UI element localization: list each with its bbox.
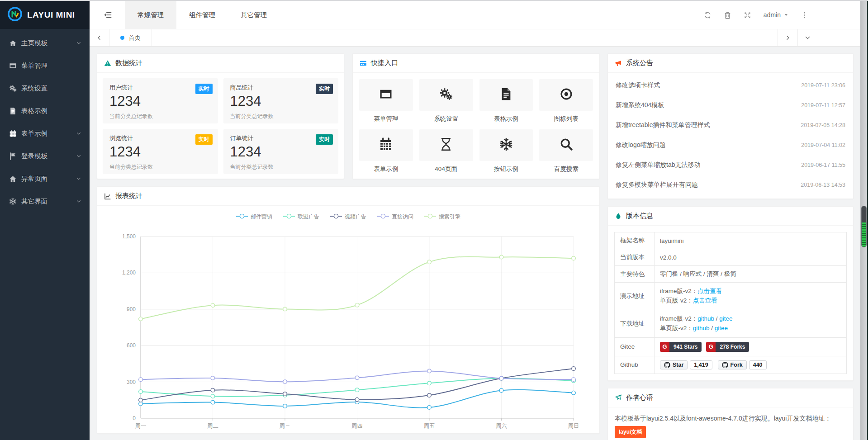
- legend-label: 搜索引擎: [439, 213, 460, 221]
- announcement-title: 修改选项卡样式: [616, 81, 660, 90]
- github-star-button[interactable]: Star: [660, 360, 688, 369]
- chart-area: 邮件营销联盟广告视频广告直接访问搜索引擎 03006009001,2001,50…: [97, 206, 599, 434]
- svg-text:周三: 周三: [280, 423, 291, 429]
- top-nav-tab-常规管理[interactable]: 常规管理: [125, 1, 176, 29]
- tab-menu-dropdown-icon[interactable]: [797, 29, 817, 46]
- announcement-row[interactable]: 新增treetable插件和菜单管理样式2019-07-05 14:28: [615, 115, 846, 135]
- caret-down-icon: [784, 13, 788, 17]
- calendar-icon: [9, 130, 17, 137]
- tab-scroll-right-icon[interactable]: [778, 29, 797, 46]
- quick-entry-label: 系统设置: [419, 115, 473, 123]
- version-link-点击查看[interactable]: 点击查看: [697, 288, 722, 294]
- svg-text:1,500: 1,500: [122, 233, 136, 240]
- version-link-gitee[interactable]: gitee: [719, 315, 732, 322]
- tab-home[interactable]: 首页: [109, 29, 152, 46]
- window-top-edge: [0, 0, 868, 1]
- legend-item-邮件营销[interactable]: 邮件营销: [236, 213, 272, 221]
- sidebar-item-异常页面[interactable]: 异常页面: [0, 167, 90, 190]
- stat-card-value: 1234: [109, 93, 211, 109]
- author-note-body: 本模板基于layui2.5.4以及font-awesome-4.7.0进行实现。…: [608, 407, 853, 440]
- announcement-row[interactable]: 新增系统404模板2019-07-11 12:57: [615, 95, 846, 115]
- gears-icon: [439, 87, 453, 103]
- version-row-label: 下载地址: [615, 310, 655, 337]
- refresh-icon[interactable]: [704, 11, 711, 19]
- page-tab-bar: 首页: [90, 29, 860, 47]
- trash-icon[interactable]: [724, 11, 731, 19]
- stat-card-value: 1234: [230, 93, 332, 109]
- quick-entry-系统设置[interactable]: 系统设置: [419, 79, 473, 123]
- version-link-line: 单页版-v2：github / gitee: [660, 324, 841, 333]
- github-count[interactable]: 440: [749, 360, 767, 369]
- version-row-主要特色: 主要特色零门槛 / 响应式 / 清爽 / 极简: [615, 266, 847, 283]
- svg-text:0: 0: [133, 415, 136, 421]
- stat-card-用户统计: 用户统计1234当前分类总记录数实时: [103, 78, 218, 123]
- quick-entry-按钮示例[interactable]: 按钮示例: [479, 129, 533, 173]
- announcement-row[interactable]: 修复左侧菜单缩放tab无法移动2019-06-17 11:55: [615, 155, 846, 175]
- megaphone-icon: [615, 60, 622, 67]
- legend-label: 联盟广告: [298, 213, 319, 221]
- octocat-icon: [664, 362, 670, 368]
- quick-entry-表单示例[interactable]: 表单示例: [359, 129, 413, 173]
- more-menu-icon[interactable]: [801, 11, 808, 19]
- sidebar-item-表格示例[interactable]: 表格示例: [0, 99, 90, 122]
- quick-entry-百度搜索[interactable]: 百度搜索: [539, 129, 593, 173]
- fullscreen-icon[interactable]: [744, 11, 751, 19]
- quick-entry-404页面[interactable]: 404页面: [419, 129, 473, 173]
- legend-item-联盟广告[interactable]: 联盟广告: [283, 213, 319, 221]
- panel-version-info: 版本信息 框架名称layuimini当前版本v2.0.0主要特色零门槛 / 响应…: [607, 206, 854, 381]
- tab-scroll-left-icon[interactable]: [90, 29, 109, 46]
- file-icon: [499, 87, 513, 103]
- gitee-badge-278 Forks[interactable]: G278 Forks: [706, 342, 749, 352]
- legend-item-视频广告[interactable]: 视频广告: [330, 213, 366, 221]
- quick-entry-label: 菜单管理: [359, 115, 413, 123]
- svg-text:1,200: 1,200: [122, 270, 136, 276]
- version-link-github[interactable]: github: [693, 325, 710, 331]
- announcement-row[interactable]: 修改选项卡样式2019-07-11 23:06: [615, 76, 846, 95]
- github-count[interactable]: 1,419: [690, 360, 712, 369]
- github-fork-button[interactable]: Fork: [718, 360, 747, 369]
- version-link-line: iframe版-v2：点击查看: [660, 287, 841, 296]
- stat-card-订单统计: 订单统计1234当前分类总记录数实时: [223, 129, 339, 174]
- stat-card-desc: 当前分类总记录数: [230, 113, 332, 120]
- app-logo[interactable]: LAYUI MINI: [0, 1, 90, 29]
- sidebar-item-菜单管理[interactable]: 菜单管理: [0, 54, 90, 77]
- app-title: LAYUI MINI: [27, 10, 75, 20]
- user-menu[interactable]: admin: [764, 11, 788, 19]
- sidebar-item-系统设置[interactable]: 系统设置: [0, 77, 90, 99]
- version-link-点击查看[interactable]: 点击查看: [693, 297, 717, 304]
- version-link-gitee[interactable]: gitee: [715, 325, 728, 331]
- right-column: 系统公告 修改选项卡样式2019-07-11 23:06新增系统404模板201…: [607, 53, 854, 434]
- svg-text:周四: 周四: [351, 423, 363, 429]
- top-nav-tab-其它管理[interactable]: 其它管理: [228, 1, 280, 29]
- quick-entry-图标列表[interactable]: 图标列表: [539, 79, 593, 123]
- stat-card-value: 1234: [109, 144, 211, 160]
- chart-legend: 邮件营销联盟广告视频广告直接访问搜索引擎: [104, 210, 593, 221]
- version-row-当前版本: 当前版本v2.0.0: [615, 249, 847, 266]
- sidebar-collapse-icon[interactable]: [103, 10, 112, 19]
- snowflake-icon: [499, 137, 513, 153]
- dashboard-content: 数据统计 用户统计1234当前分类总记录数实时商品统计1234当前分类总记录数实…: [90, 47, 860, 440]
- legend-item-直接访问[interactable]: 直接访问: [377, 213, 413, 221]
- gitee-badge-941 Stars[interactable]: G941 Stars: [660, 342, 702, 352]
- quick-entry-菜单管理[interactable]: 菜单管理: [359, 79, 413, 123]
- github-widget-Fork: Fork440: [718, 360, 767, 369]
- version-row-演示地址: 演示地址iframe版-v2：点击查看单页版-v2：点击查看: [615, 283, 847, 310]
- top-header: 常规管理组件管理其它管理 admin: [90, 1, 860, 29]
- scrollbar-thumb[interactable]: [861, 206, 867, 247]
- quick-entry-表格示例[interactable]: 表格示例: [479, 79, 533, 123]
- announcement-row[interactable]: 修复多模块菜单栏展开有问题2019-06-13 14:53: [615, 175, 846, 195]
- sidebar-item-主页模板[interactable]: 主页模板: [0, 32, 90, 54]
- sidebar-item-登录模板[interactable]: 登录模板: [0, 145, 90, 167]
- version-link-github[interactable]: github: [697, 315, 714, 322]
- version-row-value: Star1,419Fork440: [655, 356, 847, 374]
- announcement-row[interactable]: 修改logo缩放问题2019-07-04 11:02: [615, 135, 846, 155]
- legend-marker-icon: [283, 213, 295, 220]
- top-nav-tab-组件管理[interactable]: 组件管理: [176, 1, 228, 29]
- sidebar-item-其它界面[interactable]: 其它界面: [0, 190, 90, 213]
- legend-item-搜索引擎[interactable]: 搜索引擎: [424, 213, 460, 221]
- version-row-value: v2.0.0: [655, 249, 847, 266]
- sidebar-item-表单示例[interactable]: 表单示例: [0, 122, 90, 145]
- panel-title: 作者心语: [626, 393, 653, 402]
- layui-doc-badge[interactable]: layui文档: [615, 426, 646, 439]
- quick-entry-label: 表格示例: [479, 115, 533, 123]
